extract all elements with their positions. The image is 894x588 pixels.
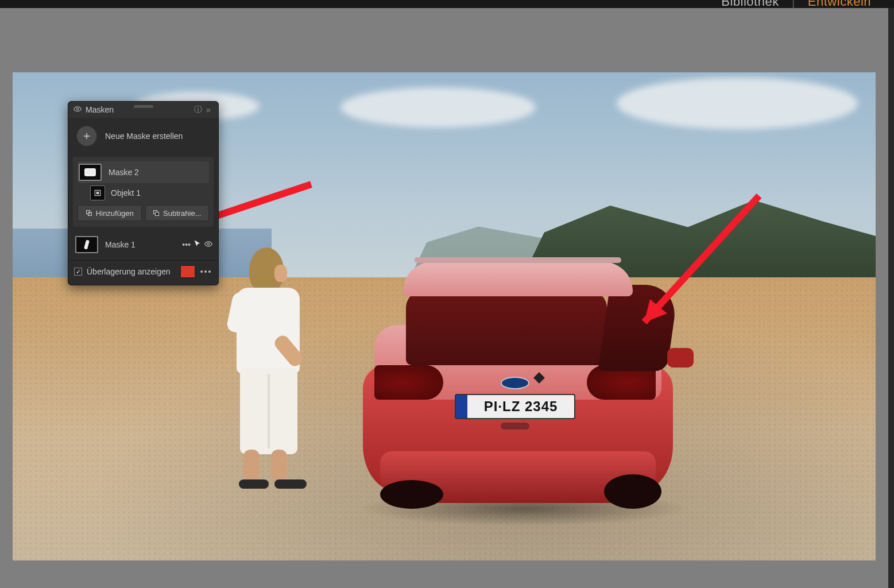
car-mask-overlay[interactable]: PI·LZ 2345 bbox=[357, 245, 679, 514]
subtract-from-mask-button[interactable]: Subtrahie... bbox=[145, 205, 210, 221]
help-icon[interactable]: ⓘ bbox=[193, 105, 203, 115]
subtract-from-mask-label: Subtrahie... bbox=[163, 209, 202, 218]
show-overlay-label: Überlagerung anzeigen bbox=[87, 267, 171, 276]
mask-1-row[interactable]: Maske 1 ••• bbox=[68, 231, 218, 260]
license-plate-text: PI·LZ 2345 bbox=[467, 400, 574, 413]
show-overlay-checkbox[interactable]: ✓ bbox=[74, 268, 82, 276]
mask-visibility-eye-icon[interactable] bbox=[204, 240, 212, 250]
create-mask-button[interactable] bbox=[76, 126, 97, 146]
mask-2-object-label: Objekt 1 bbox=[111, 188, 141, 198]
mask-2-thumb bbox=[79, 164, 102, 181]
masks-panel-footer: ✓ Überlagerung anzeigen ••• bbox=[68, 260, 218, 285]
svg-point-4 bbox=[76, 108, 79, 110]
drag-handle-icon[interactable] bbox=[134, 105, 153, 108]
expand-icon[interactable]: » bbox=[203, 105, 214, 114]
svg-rect-8 bbox=[96, 192, 99, 194]
image-canvas[interactable]: PI·LZ 2345 Masken ⓘ » bbox=[13, 72, 876, 560]
overlay-color-swatch[interactable] bbox=[180, 265, 195, 278]
cursor-icon bbox=[193, 239, 202, 250]
mask-boolean-buttons: Hinzufügen Subtrahie... bbox=[78, 205, 209, 221]
masks-panel[interactable]: Masken ⓘ » Neue Maske erstellen Maske 2 bbox=[68, 101, 219, 285]
add-to-mask-button[interactable]: Hinzufügen bbox=[78, 205, 142, 221]
create-mask-label: Neue Maske erstellen bbox=[105, 131, 183, 141]
right-panel-edge[interactable] bbox=[888, 8, 894, 588]
subtract-icon bbox=[153, 210, 160, 216]
cloud bbox=[617, 78, 858, 129]
work-area: PI·LZ 2345 Masken ⓘ » bbox=[0, 8, 888, 588]
plus-icon bbox=[82, 131, 91, 141]
mask-2-object-row[interactable]: Objekt 1 bbox=[78, 183, 209, 205]
mask-2-row[interactable]: Maske 2 bbox=[78, 161, 209, 183]
mask-1-thumb bbox=[75, 236, 98, 253]
person bbox=[219, 247, 305, 489]
mask-2-label: Maske 2 bbox=[109, 168, 139, 177]
add-icon bbox=[86, 210, 92, 216]
cloud bbox=[340, 87, 536, 127]
object-select-icon bbox=[90, 185, 105, 200]
overlay-options-icon[interactable]: ••• bbox=[200, 267, 212, 276]
car-badge bbox=[501, 377, 529, 389]
masks-panel-header[interactable]: Masken ⓘ » bbox=[68, 102, 218, 118]
mask-2-group: Maske 2 Objekt 1 Hinzufügen Subtrahi bbox=[73, 157, 214, 227]
license-plate: PI·LZ 2345 bbox=[455, 394, 575, 419]
svg-point-13 bbox=[207, 243, 210, 245]
mask-1-label: Maske 1 bbox=[105, 240, 136, 249]
create-mask-row[interactable]: Neue Maske erstellen bbox=[68, 118, 218, 157]
add-to-mask-label: Hinzufügen bbox=[96, 209, 134, 218]
svg-rect-12 bbox=[156, 212, 159, 216]
visibility-eye-icon[interactable] bbox=[73, 105, 82, 115]
mask-options-icon[interactable]: ••• bbox=[182, 240, 191, 249]
